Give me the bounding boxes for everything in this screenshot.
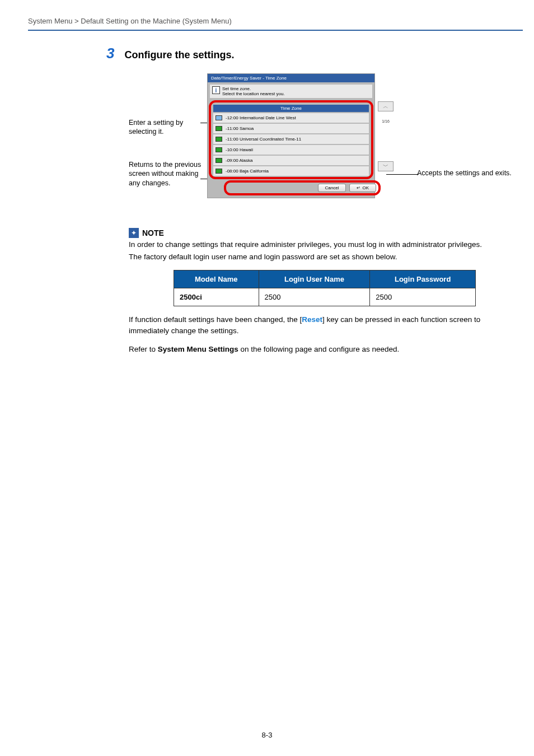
step-number: 3	[106, 45, 114, 62]
th-pass: Login Password	[370, 270, 476, 288]
callout-line	[386, 174, 419, 175]
reset-key-label: Reset	[302, 315, 322, 324]
step-title: Configure the settings.	[124, 49, 234, 61]
tz-label: -09:00 Alaska	[226, 158, 252, 163]
page-number: 8-3	[0, 731, 534, 739]
breadcrumb: System Menu > Default Setting on the Mac…	[0, 0, 534, 30]
text-segment: Refer to	[129, 345, 158, 353]
note-paragraph-1: In order to change settings that require…	[129, 239, 517, 250]
ok-label: OK	[362, 185, 369, 190]
panel-info: i Set time zone. Select the location nea…	[210, 85, 372, 98]
tz-item[interactable]: -11:00 Universal Coordinated Time-11	[213, 134, 369, 144]
note-label: NOTE	[142, 228, 164, 237]
after-table-paragraph-2: Refer to System Menu Settings on the fol…	[129, 344, 517, 355]
credentials-table: Model Name Login User Name Login Passwor…	[174, 270, 476, 306]
tz-label: -12:00 International Date Line West	[226, 115, 296, 120]
scroll-down-button[interactable]: ﹀	[378, 161, 394, 171]
tz-label: -11:00 Universal Coordinated Time-11	[226, 137, 301, 142]
timezone-panel: Date/Timer/Energy Saver - Time Zone i Se…	[207, 73, 375, 198]
cancel-button[interactable]: Cancel	[318, 184, 346, 192]
page-indicator: 1/16	[378, 119, 394, 123]
callout-select: Enter a setting by selecting it.	[129, 118, 202, 137]
callout-ok: Accepts the settings and exits.	[417, 169, 518, 178]
text-segment: on the following page and configure as n…	[238, 345, 399, 353]
panel-info-line1: Set time zone.	[222, 86, 285, 91]
settings-diagram: Enter a setting by selecting it. Returns…	[129, 73, 517, 225]
flag-icon	[216, 147, 222, 152]
tz-item[interactable]: -09:00 Alaska	[213, 156, 369, 165]
tz-label: -10:00 Hawaii	[226, 147, 253, 152]
ok-button[interactable]: ↵OK	[349, 184, 376, 192]
cell-user: 2500	[259, 288, 370, 306]
note-heading: ✦ NOTE	[129, 228, 517, 238]
scroll-column: ︿ 1/16 ﹀	[378, 101, 394, 174]
note-icon: ✦	[129, 228, 139, 238]
flag-icon	[216, 126, 222, 131]
scroll-up-button[interactable]: ︿	[378, 101, 394, 111]
th-model: Model Name	[174, 270, 259, 288]
tz-label: -11:00 Samoa	[226, 126, 254, 131]
cell-pass: 2500	[370, 288, 476, 306]
text-segment: If function default settings have been c…	[129, 315, 302, 324]
panel-buttons-highlight: Cancel ↵OK	[224, 180, 381, 195]
step-heading: 3 Configure the settings.	[129, 45, 517, 62]
callout-cancel: Returns to the previous screen without m…	[129, 160, 202, 188]
after-table-paragraph-1: If function default settings have been c…	[129, 314, 517, 336]
flag-icon	[216, 169, 222, 174]
flag-icon	[216, 137, 222, 142]
system-menu-settings-ref: System Menu Settings	[158, 345, 238, 353]
chevron-down-icon: ﹀	[383, 162, 388, 170]
flag-icon	[216, 115, 222, 120]
tz-item[interactable]: -11:00 Samoa	[213, 124, 369, 133]
header-rule	[28, 30, 523, 31]
tz-item[interactable]: -12:00 International Date Line West	[213, 113, 369, 123]
timezone-list-highlight: Time Zone -12:00 International Date Line…	[209, 100, 373, 179]
th-user: Login User Name	[259, 270, 370, 288]
panel-title: Date/Timer/Energy Saver - Time Zone	[208, 74, 374, 82]
tz-item[interactable]: -10:00 Hawaii	[213, 145, 369, 155]
note-paragraph-2: The factory default login user name and …	[129, 251, 517, 263]
chevron-up-icon: ︿	[383, 102, 388, 110]
tz-item[interactable]: -08:00 Baja California	[213, 166, 369, 176]
panel-info-line2: Select the location nearest you.	[222, 91, 285, 96]
list-title: Time Zone	[213, 105, 369, 112]
info-icon: i	[212, 86, 220, 94]
enter-icon: ↵	[357, 185, 360, 190]
table-row: 2500ci 2500 2500	[174, 288, 476, 306]
cell-model: 2500ci	[174, 288, 259, 306]
tz-label: -08:00 Baja California	[226, 169, 269, 174]
flag-icon	[216, 158, 222, 163]
